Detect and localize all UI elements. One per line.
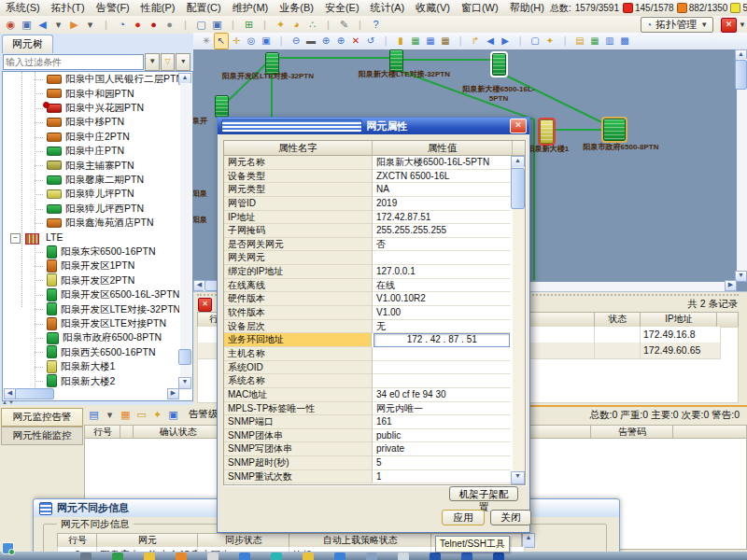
tree-item[interactable]: 阳泉鑫海苑酒店PTN	[3, 217, 179, 231]
zoom-out-icon[interactable]: ⊖	[289, 34, 303, 49]
taskbar-icon[interactable]	[334, 553, 345, 560]
separator[interactable]: |	[225, 17, 241, 33]
taskbar-icon[interactable]	[144, 553, 155, 560]
fit-screen-icon[interactable]: ⊞	[241, 17, 257, 33]
property-value[interactable]: 255.255.255.255	[373, 224, 511, 238]
window-icon[interactable]: ▢	[193, 17, 209, 33]
menu-item[interactable]: 维护(M)	[227, 1, 275, 15]
taskbar-icon[interactable]	[398, 553, 409, 560]
collapse-icon[interactable]: −	[10, 233, 21, 244]
topology-link[interactable]	[224, 63, 268, 105]
tree-item[interactable]: 阳泉主辅寨PTN	[3, 159, 179, 173]
separator[interactable]: |	[557, 34, 572, 49]
view-selector-combo[interactable]: ◔ 拓扑管理 ▼	[641, 17, 713, 33]
image-icon[interactable]: ▦	[408, 34, 423, 49]
menu-item[interactable]: 统计(A)	[365, 1, 411, 15]
property-value[interactable]	[373, 361, 511, 375]
property-row[interactable]: 业务环回地址 172 . 42 . 87 . 51	[224, 333, 512, 347]
property-value[interactable]: 1	[373, 470, 511, 484]
property-value[interactable]: 172.42.87.51	[373, 211, 511, 225]
print-icon[interactable]: ▦	[118, 407, 134, 423]
scrollbar-track[interactable]	[513, 167, 525, 472]
close-icon[interactable]: ✕	[510, 119, 527, 133]
property-value[interactable]	[373, 251, 511, 265]
clock-icon[interactable]: ◕	[289, 17, 304, 33]
image-icon[interactable]: ▦	[423, 34, 438, 49]
grid-icon[interactable]: ▩	[617, 34, 632, 49]
back-icon[interactable]: ◀	[35, 17, 50, 33]
topology-node[interactable]	[603, 119, 626, 141]
tree-item[interactable]: 阳泉中兴花园PTN	[3, 102, 179, 116]
scroll-down-button[interactable]: ▼	[178, 377, 191, 389]
property-value[interactable]: 否	[373, 238, 511, 252]
column-header-property-value[interactable]: 属性值	[373, 141, 513, 156]
folder-icon[interactable]: ▤	[572, 34, 587, 49]
property-row[interactable]: 网管ID 2019	[224, 197, 512, 211]
scrollbar-track[interactable]	[180, 83, 191, 378]
property-value[interactable]: NA	[373, 183, 511, 197]
grid-icon[interactable]: ▥	[602, 34, 617, 49]
property-value[interactable]: 172 . 42 . 87 . 51	[374, 333, 510, 347]
record-status-cell[interactable]	[594, 343, 644, 359]
tree-item[interactable]: 阳泉新大楼2	[3, 374, 179, 388]
menu-item[interactable]: 帮助(H)	[504, 1, 550, 15]
forward-icon[interactable]: ▶	[66, 17, 82, 33]
tree-item[interactable]: 阳泉开发区6500-16L-3PTN	[3, 288, 179, 302]
separator[interactable]: |	[177, 17, 193, 33]
scrollbar-thumb[interactable]	[15, 388, 54, 399]
filter-more-caret[interactable]: ▾	[176, 53, 190, 71]
property-value[interactable]	[373, 374, 511, 388]
property-row[interactable]: SNMP超时(秒) 5	[224, 456, 512, 470]
alarm-lamp-muted-icon[interactable]: ●	[162, 17, 177, 33]
column-header-ip[interactable]: IP地址	[640, 312, 718, 328]
zoom-slider-icon[interactable]: ▬	[303, 34, 318, 49]
zoom-area-icon[interactable]: ⊕	[333, 34, 348, 49]
taskbar-icon[interactable]	[80, 553, 92, 560]
property-row[interactable]: 网关网元	[224, 251, 512, 265]
property-value[interactable]: 127.0.0.1	[373, 265, 511, 279]
taskbar-icon[interactable]	[271, 553, 282, 560]
close-button[interactable]: 关闭	[490, 510, 531, 525]
tree-item[interactable]: 阳泉中庄2PTN	[3, 131, 179, 145]
property-value[interactable]: 34 e0 cf fe 94 30	[373, 388, 511, 402]
tree-item[interactable]: 阳泉开发区LTE对接PTN	[3, 317, 179, 331]
property-row[interactable]: 硬件版本 V1.00.10R2	[224, 292, 512, 306]
pan-hand-icon[interactable]: ✛	[229, 34, 244, 49]
separator[interactable]: |	[513, 34, 528, 49]
tree-item[interactable]: 阳泉獐儿坪西PTN	[3, 203, 179, 217]
property-row[interactable]: 软件版本 V1.00	[224, 306, 512, 320]
topology-link[interactable]	[553, 129, 603, 131]
topology-node[interactable]	[389, 49, 403, 72]
property-value[interactable]: 5	[373, 456, 511, 470]
taskbar-icon[interactable]	[207, 553, 218, 560]
undo-icon[interactable]: ↺	[363, 34, 378, 49]
property-value[interactable]: 无	[373, 320, 511, 334]
window-zoom-icon[interactable]: ▣	[209, 17, 225, 33]
lock-icon[interactable]: ▮	[393, 34, 408, 49]
tree-item[interactable]: 阳泉开发区1PTN	[3, 259, 179, 273]
property-row[interactable]: SNMP写团体串 private	[224, 442, 512, 456]
forward-caret-icon[interactable]: ▾	[82, 17, 98, 33]
scroll-right-button[interactable]: ▶	[725, 280, 737, 291]
pencil-icon[interactable]: ✎	[336, 17, 352, 33]
apply-button[interactable]: 应用	[442, 510, 485, 525]
property-value[interactable]: public	[373, 429, 511, 443]
link-icon[interactable]: ∴	[304, 17, 320, 33]
property-value[interactable]: 在线	[373, 279, 511, 293]
window-icon[interactable]: ▣	[165, 407, 181, 423]
tree-item[interactable]: 阳泉中和园PTN	[3, 87, 179, 101]
topology-link[interactable]	[277, 57, 389, 59]
layout-icon[interactable]: ▦	[438, 34, 453, 49]
back-caret-icon[interactable]: ▾	[50, 17, 66, 33]
settings-icon[interactable]: ✳	[199, 34, 214, 49]
scroll-down-button[interactable]: ▼	[511, 471, 525, 484]
back-icon[interactable]: ◀	[483, 34, 498, 49]
tree-filter-input[interactable]	[3, 54, 144, 70]
property-value[interactable]: 161	[373, 415, 511, 429]
separator[interactable]: |	[320, 17, 336, 33]
tree-item-lte[interactable]: − LTE	[3, 231, 179, 245]
menu-item[interactable]: 窗口(W)	[456, 1, 504, 15]
column-header-property-name[interactable]: 属性名字	[224, 141, 373, 156]
property-row[interactable]: 设备层次 无	[224, 320, 512, 334]
mail-icon[interactable]: ▭	[134, 407, 149, 423]
